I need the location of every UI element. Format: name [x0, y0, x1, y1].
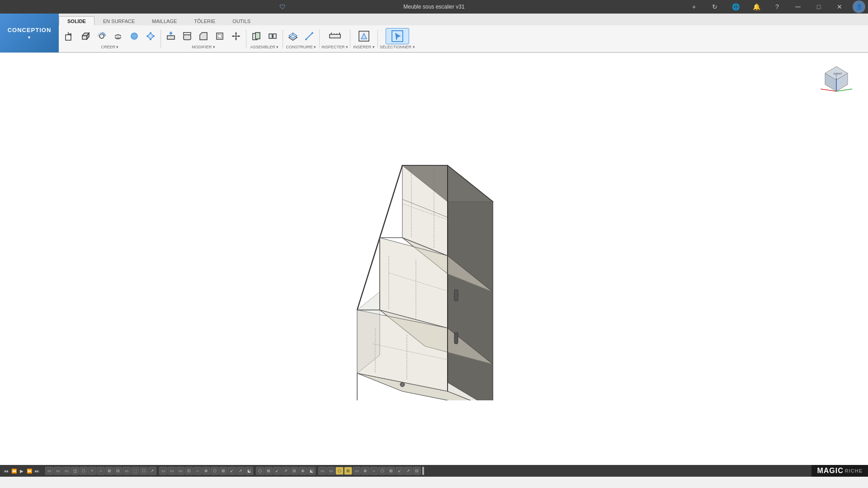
- tl-icon-41[interactable]: ↙: [396, 467, 404, 475]
- tl-icon-22[interactable]: ↙: [228, 467, 236, 475]
- tl-icon-11[interactable]: ⬚: [131, 467, 139, 475]
- tl-icon-27[interactable]: ↙: [273, 467, 281, 475]
- tab-outils[interactable]: OUTILS: [224, 16, 259, 26]
- press-pull-button[interactable]: [163, 28, 179, 44]
- offset-plane-button[interactable]: [285, 28, 301, 44]
- prev-button[interactable]: ⏪: [10, 467, 18, 474]
- measure-button[interactable]: [323, 28, 347, 44]
- inspecter-group: INSPECTER ▾: [321, 28, 348, 49]
- tl-icon-10[interactable]: ▭: [123, 467, 131, 475]
- tl-icon-38[interactable]: ↔: [370, 467, 378, 475]
- tl-icon-12[interactable]: ☐: [140, 467, 148, 475]
- tl-icon-7[interactable]: ↔: [97, 467, 105, 475]
- inspecter-label: INSPECTER ▾: [321, 45, 348, 49]
- tl-icon-35-yellow[interactable]: ⊞: [344, 467, 352, 475]
- view-cube[interactable]: AVANT Z: [818, 57, 854, 94]
- svg-rect-0: [66, 35, 71, 40]
- tl-icon-31[interactable]: ⬕: [307, 467, 316, 475]
- go-to-start-button[interactable]: ⏮: [3, 467, 10, 474]
- tl-icon-13[interactable]: ↗: [148, 467, 156, 475]
- insert-button[interactable]: [352, 28, 376, 44]
- globe-button[interactable]: 🌐: [725, 0, 746, 14]
- tl-icon-26[interactable]: ⊞: [264, 467, 273, 475]
- tl-icon-30[interactable]: ⊕: [299, 467, 307, 475]
- 3d-model-area: [0, 53, 868, 477]
- tab-tolerie[interactable]: TÔLERIE: [185, 16, 224, 26]
- shell-button[interactable]: [212, 28, 228, 44]
- tl-icon-23[interactable]: ↗: [236, 467, 245, 475]
- conception-button[interactable]: CONCEPTION ▼: [0, 14, 59, 52]
- main-viewport[interactable]: AVANT Z ⏮ ⏪ ▶ ⏩ ⏭ ▭ ▭ ▭ ◫ ⬡ + ↔ ⊞ ⊟ ▭: [0, 53, 868, 477]
- tl-icon-5[interactable]: ⬡: [80, 467, 88, 475]
- tab-maillage[interactable]: MAILLAGE: [143, 16, 185, 26]
- sep4: [319, 30, 320, 48]
- svg-marker-26: [232, 35, 234, 37]
- sphere-button[interactable]: [126, 28, 142, 44]
- tl-icon-2[interactable]: ▭: [54, 467, 62, 475]
- freeform-button[interactable]: [142, 28, 159, 44]
- svg-rect-20: [217, 33, 223, 39]
- new-body-button[interactable]: [61, 28, 77, 44]
- tl-icon-20[interactable]: ⬡: [211, 467, 219, 475]
- tl-icon-42[interactable]: ↗: [404, 467, 412, 475]
- user-avatar[interactable]: 👤: [853, 0, 865, 13]
- tl-icon-16[interactable]: ▭: [176, 467, 184, 475]
- tl-icon-15[interactable]: ▭: [168, 467, 176, 475]
- tab-solide[interactable]: SOLIDE: [59, 16, 94, 26]
- tl-icon-4[interactable]: ◫: [71, 467, 79, 475]
- move-button[interactable]: [228, 28, 244, 44]
- hole-button[interactable]: [110, 28, 126, 44]
- bell-button[interactable]: 🔔: [746, 0, 767, 14]
- tab-en-surface[interactable]: EN SURFACE: [94, 16, 143, 26]
- go-to-end-button[interactable]: ⏭: [33, 467, 41, 474]
- tl-icon-24[interactable]: ⬕: [245, 467, 253, 475]
- svg-line-36: [306, 33, 312, 39]
- select-button[interactable]: [386, 28, 409, 44]
- tab-row: SOLIDE EN SURFACE MAILLAGE TÔLERIE OUTIL…: [0, 14, 868, 25]
- close-button[interactable]: ✕: [829, 0, 850, 14]
- sep1: [160, 30, 161, 48]
- tl-icon-33[interactable]: ▭: [327, 467, 335, 475]
- tl-icon-6[interactable]: +: [88, 467, 96, 475]
- svg-point-16: [146, 35, 148, 37]
- next-button[interactable]: ⏩: [26, 467, 33, 474]
- tl-icon-34-yellow[interactable]: ⬡: [335, 467, 344, 475]
- tl-icon-43[interactable]: ⊟: [413, 467, 421, 475]
- svg-rect-72: [454, 333, 458, 344]
- tl-icon-3[interactable]: ▭: [62, 467, 71, 475]
- svg-marker-19: [200, 33, 207, 40]
- tl-icon-9[interactable]: ⊟: [114, 467, 122, 475]
- tl-icon-29[interactable]: ⊟: [290, 467, 298, 475]
- fillet-button[interactable]: [179, 28, 195, 44]
- timeline-bar: ⏮ ⏪ ▶ ⏩ ⏭ ▭ ▭ ▭ ◫ ⬡ + ↔ ⊞ ⊟ ▭ ⬚ ☐ ↗ ▭ ▭ …: [0, 465, 868, 477]
- timeline-icons-group-1: ▭ ▭ ▭ ◫ ⬡ + ↔ ⊞ ⊟ ▭ ⬚ ☐ ↗: [45, 467, 156, 475]
- play-button[interactable]: ▶: [18, 467, 25, 474]
- tl-icon-25[interactable]: ⬡: [256, 467, 264, 475]
- tl-icon-32[interactable]: ▭: [318, 467, 326, 475]
- new-component-button[interactable]: [248, 28, 264, 44]
- tl-icon-39[interactable]: ⬡: [378, 467, 387, 475]
- svg-rect-31: [273, 34, 276, 38]
- tl-icon-1[interactable]: ▭: [45, 467, 53, 475]
- tl-icon-37[interactable]: ⊕: [361, 467, 369, 475]
- tl-icon-18[interactable]: ↔: [193, 467, 202, 475]
- tl-icon-19[interactable]: ⊕: [202, 467, 210, 475]
- chamfer-button[interactable]: [195, 28, 212, 44]
- tl-icon-28[interactable]: ↗: [282, 467, 290, 475]
- new-tab-button[interactable]: +: [684, 0, 704, 14]
- extrude-button[interactable]: [77, 28, 94, 44]
- tl-icon-40[interactable]: ⊞: [387, 467, 395, 475]
- tl-icon-8[interactable]: ⊞: [105, 467, 113, 475]
- help-button[interactable]: ?: [767, 0, 788, 14]
- revolve-button[interactable]: [94, 28, 110, 44]
- maximize-button[interactable]: □: [808, 0, 829, 14]
- tl-icon-14[interactable]: ▭: [159, 467, 167, 475]
- tl-icon-21[interactable]: ⊞: [219, 467, 227, 475]
- refresh-button[interactable]: ↻: [704, 0, 725, 14]
- sep3: [283, 30, 283, 48]
- axis-button[interactable]: [301, 28, 317, 44]
- tl-icon-17[interactable]: ⊡: [185, 467, 193, 475]
- minimize-button[interactable]: ─: [788, 0, 808, 14]
- joint-button[interactable]: [264, 28, 281, 44]
- tl-icon-36[interactable]: ▭: [353, 467, 361, 475]
